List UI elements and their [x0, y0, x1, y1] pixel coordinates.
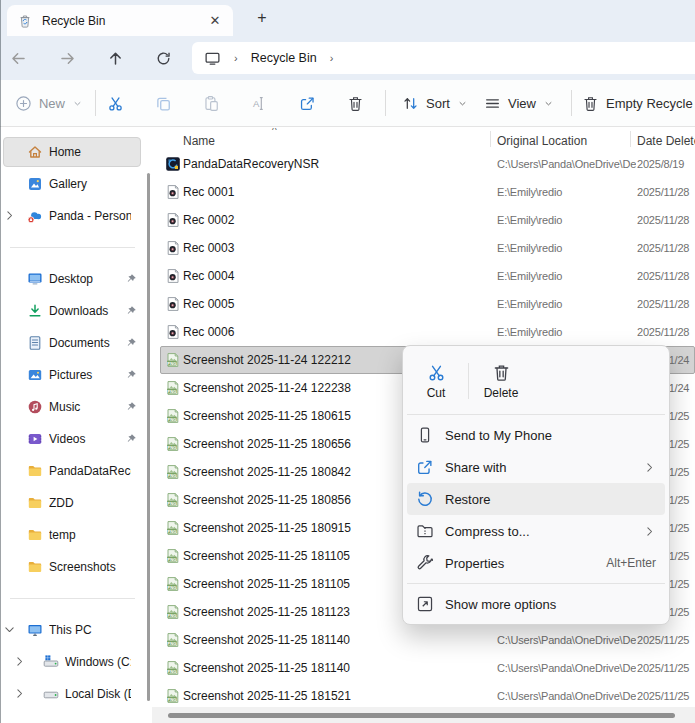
- cut-button[interactable]: [99, 87, 131, 119]
- empty-recycle-bin-button[interactable]: Empty Recycle Bin: [582, 87, 695, 119]
- file-row[interactable]: PNGScreenshot 2025-11-25 181140C:\Users\…: [152, 654, 695, 682]
- column-header-name[interactable]: Name: [183, 134, 215, 148]
- svg-text:PNG: PNG: [167, 669, 176, 674]
- delete-icon: [347, 95, 364, 112]
- file-row[interactable]: Rec 0001E:\Emily\redio2025/11/28: [152, 178, 695, 206]
- sidebar-item-panda-persona[interactable]: Panda - Persona: [0, 200, 145, 232]
- cut-quick-button[interactable]: Cut: [407, 354, 465, 408]
- file-row[interactable]: PNGScreenshot 2025-11-25 181521C:\Users\…: [152, 682, 695, 707]
- sidebar-item-local-disk-d[interactable]: Local Disk (D:): [0, 678, 145, 710]
- file-name: Screenshot 2025-11-25 181521: [183, 682, 489, 707]
- file-name: Rec 0005: [183, 290, 489, 318]
- svg-text:PNG: PNG: [167, 501, 176, 506]
- sidebar-item-this-pc[interactable]: This PC: [0, 614, 145, 646]
- address-bar[interactable]: › Recycle Bin ›: [192, 42, 695, 74]
- context-menu-divider: [407, 414, 665, 415]
- menu-item-label: Send to My Phone: [445, 428, 552, 443]
- menu-item-share-with[interactable]: Share with: [407, 451, 665, 483]
- sidebar-item-label: Gallery: [49, 168, 131, 200]
- menu-item-send-to-my-phone[interactable]: Send to My Phone: [407, 419, 665, 451]
- menu-item-label: Share with: [445, 460, 506, 475]
- column-divider[interactable]: [490, 131, 491, 147]
- sidebar-item-documents[interactable]: Documents: [0, 327, 145, 359]
- file-original-location: C:\Users\Panda\OneDrive\Desktop: [497, 150, 636, 178]
- delete-quick-button[interactable]: Delete: [472, 354, 530, 408]
- sidebar-scrollbar[interactable]: [145, 128, 152, 723]
- column-divider[interactable]: [630, 131, 631, 147]
- up-button[interactable]: [99, 42, 131, 74]
- sidebar-scrollbar-thumb[interactable]: [147, 173, 150, 701]
- sidebar-item-screenshots[interactable]: Screenshots: [0, 551, 145, 583]
- menu-item-show-more-options[interactable]: Show more options: [407, 588, 665, 620]
- sidebar-item-temp[interactable]: temp: [0, 519, 145, 551]
- png-file-icon: PNG: [165, 576, 181, 592]
- sidebar-item-music[interactable]: Music: [0, 391, 145, 423]
- app-file-icon: [165, 156, 181, 172]
- file-row[interactable]: Rec 0006E:\Emily\redio2025/11/28: [152, 318, 695, 346]
- chevron-right-icon[interactable]: [3, 209, 16, 222]
- sidebar-item-label: Local Disk (D:): [65, 678, 131, 710]
- horizontal-scrollbar[interactable]: [152, 707, 695, 723]
- menu-item-properties[interactable]: PropertiesAlt+Enter: [407, 547, 665, 579]
- chevron-right-icon[interactable]: [13, 655, 26, 668]
- svg-text:PNG: PNG: [167, 445, 176, 450]
- sidebar-item-windows-c[interactable]: Windows (C:): [0, 646, 145, 678]
- breadcrumb[interactable]: Recycle Bin: [251, 51, 317, 65]
- delete-button[interactable]: [339, 87, 371, 119]
- svg-text:PNG: PNG: [167, 585, 176, 590]
- svg-text:PNG: PNG: [167, 473, 176, 478]
- desktop-icon: [27, 271, 43, 287]
- chevron-right-icon[interactable]: [13, 687, 26, 700]
- paste-button[interactable]: [195, 87, 227, 119]
- sidebar-item-gallery[interactable]: Gallery: [0, 168, 145, 200]
- file-row[interactable]: PandaDataRecoveryNSRC:\Users\Panda\OneDr…: [152, 150, 695, 178]
- new-button[interactable]: New: [8, 87, 90, 119]
- breadcrumb-chevron-icon[interactable]: ›: [330, 52, 334, 64]
- copy-button[interactable]: [147, 87, 179, 119]
- menu-item-restore[interactable]: Restore: [407, 483, 665, 515]
- chevron-down-icon[interactable]: [3, 623, 16, 636]
- column-header-original-location[interactable]: Original Location: [497, 134, 587, 148]
- sidebar-item-videos[interactable]: Videos: [0, 423, 145, 455]
- tab-recycle-bin[interactable]: Recycle Bin ✕: [7, 5, 233, 36]
- horizontal-scrollbar-thumb[interactable]: [168, 713, 675, 718]
- pin-icon: [125, 433, 137, 445]
- back-button[interactable]: [2, 42, 34, 74]
- file-row[interactable]: Rec 0005E:\Emily\redio2025/11/28: [152, 290, 695, 318]
- forward-button[interactable]: [51, 42, 83, 74]
- rename-button[interactable]: A: [243, 87, 275, 119]
- file-date-deleted: 2025/11/28: [637, 206, 695, 234]
- menu-item-compress-to[interactable]: Compress to...: [407, 515, 665, 547]
- toolbar-divider: [95, 90, 96, 116]
- sidebar-item-label: Videos: [49, 423, 131, 455]
- view-button-label: View: [508, 96, 536, 111]
- sort-button[interactable]: Sort: [396, 87, 474, 119]
- file-row[interactable]: Rec 0003E:\Emily\redio2025/11/28: [152, 234, 695, 262]
- new-button-label: New: [39, 96, 65, 111]
- column-header-date-deleted[interactable]: Date Deleted: [637, 134, 695, 148]
- sidebar-item-label: Panda - Persona: [49, 200, 131, 232]
- sidebar-item-pandadatarecov[interactable]: PandaDataRecov: [0, 455, 145, 487]
- share-icon: [416, 458, 434, 476]
- sidebar-item-desktop[interactable]: Desktop: [0, 263, 145, 295]
- share-button[interactable]: [291, 87, 323, 119]
- new-tab-button[interactable]: +: [252, 8, 272, 28]
- file-row[interactable]: Rec 0004E:\Emily\redio2025/11/28: [152, 262, 695, 290]
- sidebar-item-pictures[interactable]: Pictures: [0, 359, 145, 391]
- context-menu: CutDelete Send to My PhoneShare withRest…: [402, 345, 670, 625]
- tab-close-icon[interactable]: ✕: [207, 13, 223, 29]
- file-name: Rec 0006: [183, 318, 489, 346]
- file-row[interactable]: PNGScreenshot 2025-11-25 181140C:\Users\…: [152, 626, 695, 654]
- menu-item-shortcut: Alt+Enter: [606, 556, 656, 570]
- tab-bar: Recycle Bin ✕ +: [0, 0, 695, 36]
- pin-icon: [125, 337, 137, 349]
- sidebar-item-downloads[interactable]: Downloads: [0, 295, 145, 327]
- file-row[interactable]: Rec 0002E:\Emily\redio2025/11/28: [152, 206, 695, 234]
- refresh-button[interactable]: [147, 42, 179, 74]
- png-file-icon: PNG: [165, 688, 181, 704]
- sidebar-item-zdd[interactable]: ZDD: [0, 487, 145, 519]
- file-original-location: C:\Users\Panda\OneDrive\Desktop\New ...: [497, 626, 636, 654]
- sidebar-item-home[interactable]: Home: [0, 136, 145, 168]
- svg-text:PNG: PNG: [167, 557, 176, 562]
- view-button[interactable]: View: [479, 87, 559, 119]
